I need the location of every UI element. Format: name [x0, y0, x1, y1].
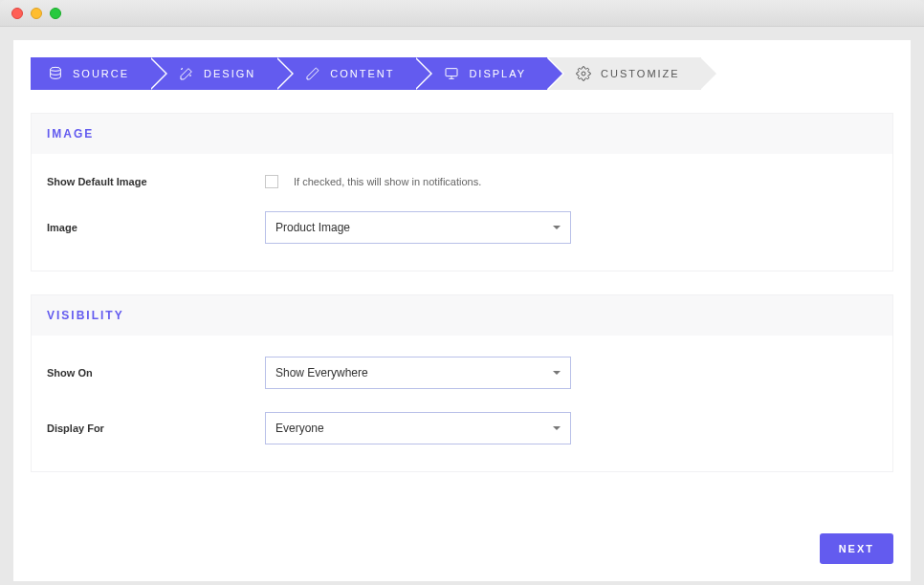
step-nav: SOURCE DESIGN CONTENT DISPLAY CUSTOMIZE: [31, 57, 893, 90]
image-select-value: Product Image: [275, 221, 350, 234]
database-icon: [48, 66, 63, 81]
svg-point-2: [582, 72, 585, 76]
step-label: CUSTOMIZE: [601, 68, 680, 79]
content-area: SOURCE DESIGN CONTENT DISPLAY CUSTOMIZE: [13, 40, 911, 581]
step-source[interactable]: SOURCE: [31, 57, 150, 90]
display-for-select-value: Everyone: [275, 422, 324, 435]
show-default-image-checkbox[interactable]: [265, 175, 278, 188]
section-image: IMAGE Show Default Image If checked, thi…: [31, 113, 893, 271]
next-button[interactable]: NEXT: [820, 533, 893, 564]
section-visibility: VISIBILITY Show On Show Everywhere Displ…: [31, 294, 893, 472]
step-design[interactable]: DESIGN: [150, 57, 276, 90]
chevron-down-icon: [553, 371, 561, 375]
chevron-down-icon: [553, 426, 561, 430]
chevron-down-icon: [553, 226, 561, 229]
footer: NEXT: [820, 533, 893, 564]
show-default-image-hint: If checked, this will show in notificati…: [294, 176, 481, 187]
minimize-icon[interactable]: [31, 8, 42, 19]
maximize-icon[interactable]: [50, 8, 61, 19]
step-label: CONTENT: [330, 68, 394, 79]
wand-icon: [179, 66, 194, 81]
section-title: IMAGE: [32, 114, 892, 154]
titlebar: [0, 0, 924, 27]
svg-point-0: [51, 67, 61, 71]
show-on-select[interactable]: Show Everywhere: [265, 357, 571, 389]
image-label: Image: [47, 222, 265, 233]
step-label: DESIGN: [204, 68, 255, 79]
image-select[interactable]: Product Image: [265, 211, 571, 244]
step-customize[interactable]: CUSTOMIZE: [547, 57, 701, 90]
gear-icon: [576, 66, 591, 81]
display-for-select[interactable]: Everyone: [265, 412, 571, 444]
step-label: DISPLAY: [469, 68, 526, 79]
pencil-icon: [305, 66, 320, 81]
step-display[interactable]: DISPLAY: [415, 57, 547, 90]
step-label: SOURCE: [73, 68, 129, 79]
show-default-image-label: Show Default Image: [47, 176, 265, 187]
step-content[interactable]: CONTENT: [276, 57, 415, 90]
show-on-label: Show On: [47, 367, 265, 379]
show-on-select-value: Show Everywhere: [275, 366, 368, 379]
monitor-icon: [444, 66, 459, 81]
section-title: VISIBILITY: [32, 295, 892, 336]
display-for-label: Display For: [47, 422, 265, 434]
app-window: SOURCE DESIGN CONTENT DISPLAY CUSTOMIZE: [0, 0, 924, 585]
close-icon[interactable]: [11, 8, 23, 19]
svg-rect-1: [446, 69, 457, 76]
